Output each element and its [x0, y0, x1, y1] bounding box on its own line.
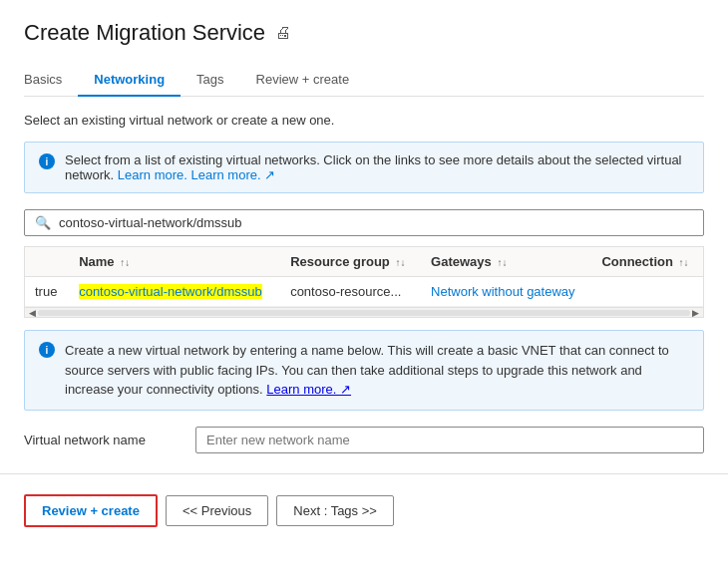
row-selected: true — [25, 277, 69, 307]
col-connection[interactable]: Connection ↑↓ — [591, 247, 703, 277]
row-resource-group: contoso-resource... — [280, 277, 421, 307]
vnet-name-row: Virtual network name — [24, 427, 704, 453]
col-resource-group[interactable]: Resource group ↑↓ — [280, 247, 421, 277]
table-row[interactable]: true contoso-virtual-network/dmssub cont… — [25, 277, 703, 307]
footer-divider — [0, 473, 728, 474]
sort-rg-icon[interactable]: ↑↓ — [395, 257, 405, 268]
learn-more-link-1[interactable]: Learn more. — [118, 167, 187, 182]
row-gateways[interactable]: Network without gateway — [421, 277, 591, 307]
previous-button[interactable]: << Previous — [166, 495, 268, 526]
search-bar[interactable]: 🔍 contoso-virtual-network/dmssub — [24, 209, 704, 236]
tab-tags[interactable]: Tags — [181, 64, 239, 97]
col-name[interactable]: Name ↑↓ — [69, 247, 280, 277]
tab-networking[interactable]: Networking — [78, 64, 181, 97]
col-gateways[interactable]: Gateways ↑↓ — [421, 247, 591, 277]
scroll-left-btn[interactable]: ◀ — [27, 308, 38, 318]
tab-review-create[interactable]: Review + create — [240, 64, 366, 97]
section-subtitle: Select an existing virtual network or cr… — [24, 113, 704, 128]
scrollbar-track[interactable] — [38, 310, 690, 316]
print-icon[interactable]: 🖨 — [275, 24, 291, 42]
search-value: contoso-virtual-network/dmssub — [59, 215, 242, 230]
row-name[interactable]: contoso-virtual-network/dmssub — [69, 277, 280, 307]
sort-conn-icon[interactable]: ↑↓ — [679, 257, 689, 268]
network-name-highlighted[interactable]: contoso-virtual-network/dmssub — [79, 284, 262, 299]
info-box-create-network: i Create a new virtual network by enteri… — [24, 330, 704, 411]
next-tags-button[interactable]: Next : Tags >> — [276, 495, 394, 526]
tab-basics[interactable]: Basics — [24, 64, 78, 97]
learn-more-link-2[interactable]: Learn more. ↗ — [266, 382, 351, 397]
info-box-existing-networks: i Select from a list of existing virtual… — [24, 142, 704, 193]
row-connection — [591, 277, 703, 307]
scroll-right-btn[interactable]: ▶ — [690, 308, 701, 318]
table-scrollbar[interactable]: ◀ ▶ — [25, 307, 703, 317]
col-selected — [25, 247, 69, 277]
virtual-networks-table: Name ↑↓ Resource group ↑↓ Gateways ↑↓ Co… — [24, 246, 704, 318]
info-text-2: Create a new virtual network by entering… — [65, 343, 669, 397]
sort-gw-icon[interactable]: ↑↓ — [497, 257, 507, 268]
vnet-name-input[interactable] — [195, 427, 704, 453]
tabs-nav: Basics Networking Tags Review + create — [24, 64, 704, 97]
vnet-name-label: Virtual network name — [24, 433, 183, 447]
page-title: Create Migration Service — [24, 20, 265, 46]
footer-actions: Review + create << Previous Next : Tags … — [24, 490, 704, 527]
sort-name-icon[interactable]: ↑↓ — [120, 257, 130, 268]
learn-more-link-1[interactable]: Learn more. ↗ — [190, 167, 275, 182]
info-icon-2: i — [39, 342, 55, 358]
info-icon-1: i — [39, 153, 55, 169]
search-icon: 🔍 — [35, 215, 51, 230]
review-create-button[interactable]: Review + create — [24, 494, 158, 527]
